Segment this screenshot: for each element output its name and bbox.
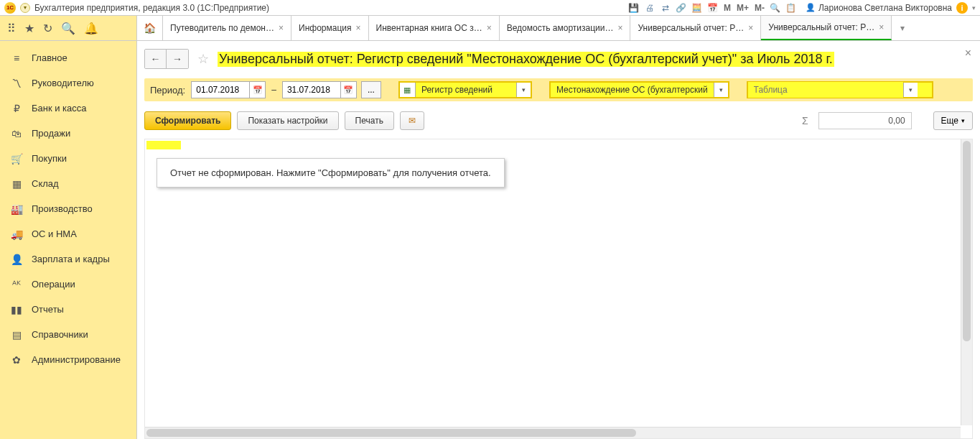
sidebar-item-label: Главное — [32, 52, 67, 63]
sidebar-item-label: Зарплата и кадры — [32, 254, 110, 264]
sidebar-item-admin[interactable]: ✿Администрирование — [0, 347, 136, 372]
forward-button[interactable]: → — [167, 50, 188, 68]
period-picker-button[interactable]: ... — [361, 81, 381, 98]
memory-m-button[interactable]: M — [723, 3, 732, 13]
calendar-icon[interactable]: 📅 — [249, 82, 265, 98]
user-icon: 👤 — [806, 3, 816, 13]
boxes-icon: ▦ — [10, 178, 23, 190]
registry-type-combo[interactable]: ▦ Регистр сведений ▾ — [398, 81, 532, 98]
tab-info[interactable]: Информация × — [291, 16, 369, 40]
tab-universal-report-2[interactable]: Универсальный отчет: Р… × — [761, 16, 892, 40]
date-to-field[interactable]: 📅 — [282, 81, 357, 98]
page-title: Универсальный отчет: Регистр сведений "М… — [218, 52, 834, 67]
favorite-toggle-icon[interactable]: ☆ — [197, 51, 209, 67]
app-logo-icon: 1C — [4, 2, 16, 14]
save-icon[interactable]: 💾 — [628, 2, 640, 14]
tab-universal-report-1[interactable]: Универсальный отчет: Р… × — [630, 16, 761, 40]
sidebar-item-operations[interactable]: ᴬᴷОперации — [0, 272, 136, 297]
tabbar: 🏠 Путеводитель по демон… × Информация × … — [136, 16, 980, 40]
close-icon[interactable]: × — [355, 23, 360, 33]
back-button[interactable]: ← — [145, 50, 167, 68]
registry-name-combo[interactable]: Местонахождение ОС (бухгалтерский ▾ — [549, 81, 729, 98]
history-icon[interactable]: ↻ — [43, 22, 52, 35]
chevron-down-icon[interactable]: ▾ — [516, 83, 531, 97]
print-button[interactable]: Печать — [345, 111, 394, 130]
book-icon: ▤ — [10, 329, 23, 341]
report-area: Отчет не сформирован. Нажмите "Сформиров… — [144, 139, 973, 439]
sidebar-item-salary[interactable]: 👤Зарплата и кадры — [0, 246, 136, 272]
sidebar-item-main[interactable]: ≡Главное — [0, 45, 136, 70]
chevron-down-icon[interactable]: ▾ — [714, 83, 728, 97]
sidebar-item-catalogs[interactable]: ▤Справочники — [0, 322, 136, 347]
zoom-icon[interactable]: 🔍 — [770, 2, 781, 14]
compare-icon[interactable]: ⇄ — [660, 2, 671, 14]
title-toolbar: 💾 🖨 ⇄ 🔗 🧮 📅 M M+ M- 🔍 📋 👤 Ларионова Свет… — [628, 2, 976, 14]
search-icon[interactable]: 🔍 — [61, 22, 75, 35]
sidebar-item-assets[interactable]: 🚚ОС и НМА — [0, 221, 136, 246]
horizontal-scrollbar[interactable] — [145, 427, 961, 438]
calculator-icon[interactable]: 🧮 — [691, 2, 703, 14]
sidebar-item-manager[interactable]: 〽Руководителю — [0, 70, 136, 96]
sidebar-item-purchases[interactable]: 🛒Покупки — [0, 146, 136, 171]
info-icon[interactable]: i — [956, 2, 968, 14]
date-from-field[interactable]: 📅 — [191, 81, 266, 98]
sum-field[interactable] — [818, 112, 912, 129]
table-input[interactable] — [748, 82, 903, 98]
sidebar-item-label: Администрирование — [32, 354, 121, 365]
sidebar-item-bank[interactable]: ₽Банк и касса — [0, 96, 136, 121]
close-icon[interactable]: × — [279, 23, 284, 33]
scrollbar-thumb[interactable] — [146, 429, 636, 437]
chart-icon: 〽 — [10, 78, 23, 89]
scrollbar-thumb[interactable] — [963, 141, 971, 341]
close-icon[interactable]: × — [487, 23, 492, 33]
combo-value: Регистр сведений — [416, 82, 516, 98]
home-tab[interactable]: 🏠 — [137, 16, 163, 40]
more-label: Еще — [941, 116, 958, 126]
sidebar-item-reports[interactable]: ▮▮Отчеты — [0, 297, 136, 322]
clipboard-icon[interactable]: 📋 — [785, 2, 797, 14]
user-block[interactable]: 👤 Ларионова Светлана Викторовна — [801, 3, 952, 13]
tab-inventory-book[interactable]: Инвентарная книга ОС з… × — [369, 16, 500, 40]
link-icon[interactable]: 🔗 — [676, 2, 687, 14]
list-icon: ≡ — [10, 52, 23, 64]
close-icon[interactable]: × — [879, 22, 884, 32]
favorite-star-icon[interactable]: ★ — [24, 22, 34, 35]
bars-icon: ▮▮ — [10, 304, 23, 315]
date-to-input[interactable] — [283, 82, 340, 98]
print-icon[interactable]: 🖨 — [644, 2, 655, 14]
show-settings-button[interactable]: Показать настройки — [237, 111, 338, 130]
tab-guide[interactable]: Путеводитель по демон… × — [163, 16, 291, 40]
date-from-input[interactable] — [192, 82, 249, 98]
sidebar-item-sales[interactable]: 🛍Продажи — [0, 121, 136, 146]
bell-icon[interactable]: 🔔 — [84, 22, 98, 35]
table-combo[interactable]: ▾ — [747, 81, 933, 98]
sidebar-item-warehouse[interactable]: ▦Склад — [0, 171, 136, 196]
tab-label: Путеводитель по демон… — [170, 23, 274, 33]
sidebar-item-label: Руководителю — [32, 78, 94, 88]
tab-amortization[interactable]: Ведомость амортизации… × — [500, 16, 631, 40]
close-icon[interactable]: × — [748, 23, 753, 33]
page-close-icon[interactable]: × — [965, 47, 971, 60]
calendar-icon[interactable]: 📅 — [340, 82, 356, 98]
bag-icon: 🛍 — [10, 128, 23, 139]
person-icon: 👤 — [10, 254, 23, 265]
generate-button[interactable]: Сформировать — [144, 111, 231, 130]
sidebar-item-label: Отчеты — [32, 304, 64, 315]
email-button[interactable]: ✉ — [400, 111, 424, 130]
vertical-scrollbar[interactable] — [961, 139, 972, 425]
memory-m-minus-button[interactable]: M- — [754, 3, 765, 13]
title-dropdown-icon[interactable]: ▾ — [972, 4, 976, 11]
more-button[interactable]: Еще ▾ — [933, 111, 973, 130]
combo-value: Местонахождение ОС (бухгалтерский — [551, 82, 714, 98]
sidebar-item-production[interactable]: 🏭Производство — [0, 196, 136, 221]
sidebar-item-label: ОС и НМА — [32, 228, 77, 239]
tab-label: Ведомость амортизации… — [507, 23, 614, 33]
app-menu-dropdown-icon[interactable]: ▾ — [20, 3, 30, 13]
tab-overflow-dropdown-icon[interactable]: ▾ — [892, 16, 913, 40]
calendar-icon[interactable]: 📅 — [707, 2, 719, 14]
chevron-down-icon[interactable]: ▾ — [903, 83, 918, 97]
apps-grid-icon[interactable]: ⠿ — [7, 22, 16, 35]
close-icon[interactable]: × — [617, 23, 622, 33]
page-header: ← → ☆ Универсальный отчет: Регистр сведе… — [144, 47, 973, 71]
memory-m-plus-button[interactable]: M+ — [736, 3, 750, 13]
